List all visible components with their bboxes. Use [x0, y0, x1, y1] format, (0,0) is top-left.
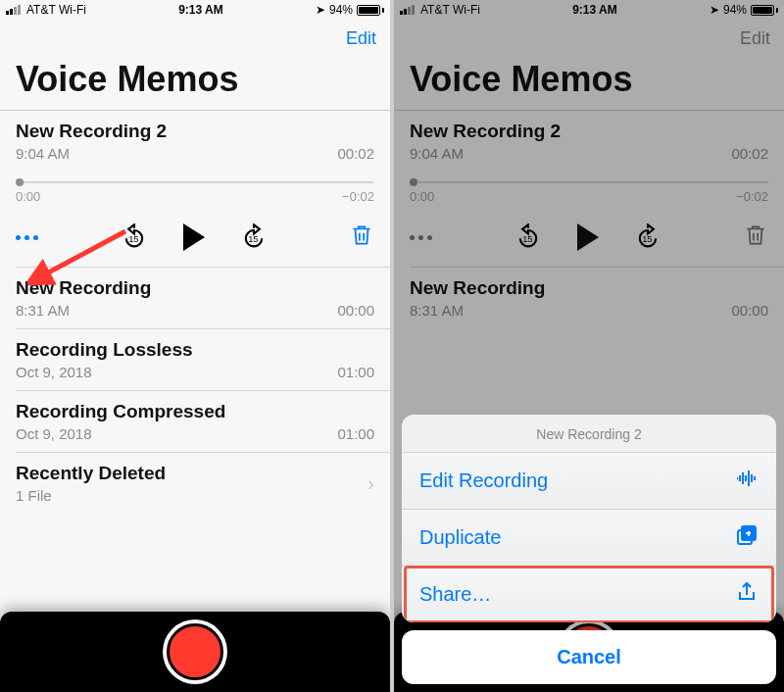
share-option[interactable]: Share… — [402, 566, 776, 622]
recording-duration: 00:02 — [337, 145, 374, 162]
screenshot-left: AT&T Wi-Fi 9:13 AM ➤ 94% Edit Voice Memo… — [0, 0, 390, 692]
recently-deleted-title: Recently Deleted — [16, 463, 360, 484]
recording-title: Recording Compressed — [16, 401, 374, 422]
record-bar — [0, 612, 390, 692]
status-bar: AT&T Wi-Fi 9:13 AM ➤ 94% — [0, 0, 390, 20]
svg-text:15: 15 — [248, 234, 258, 244]
duplicate-option[interactable]: Duplicate — [402, 509, 776, 566]
recently-deleted-row[interactable]: Recently Deleted 1 File › — [0, 453, 390, 514]
duplicate-icon — [735, 523, 759, 552]
nav-bar: Edit — [0, 20, 390, 57]
signal-icon — [6, 5, 21, 15]
battery-pct-label: 94% — [329, 3, 353, 17]
selected-recording-row[interactable]: New Recording 2 9:04 AM 00:02 — [0, 111, 390, 172]
battery-icon — [357, 5, 384, 16]
cancel-button[interactable]: Cancel — [402, 630, 776, 684]
elapsed-label: 0:00 — [16, 189, 40, 204]
player: 0:00 −0:02 15 15 — [0, 175, 390, 267]
remaining-label: −0:02 — [342, 189, 374, 204]
recording-row[interactable]: Recording Lossless Oct 9, 201801:00 — [0, 329, 390, 390]
carrier-label: AT&T Wi-Fi — [26, 3, 86, 17]
page-title: Voice Memos — [0, 57, 390, 110]
recording-row[interactable]: New Recording 8:31 AM00:00 — [0, 268, 390, 328]
sheet-title: New Recording 2 — [402, 415, 776, 452]
delete-button[interactable] — [349, 222, 374, 252]
recording-title: Recording Lossless — [16, 339, 374, 361]
play-button[interactable] — [183, 223, 205, 251]
rewind-15-button[interactable]: 15 — [121, 223, 148, 251]
scrubber[interactable] — [16, 175, 374, 189]
recording-title: New Recording — [16, 277, 374, 299]
more-options-button[interactable] — [16, 235, 38, 240]
chevron-right-icon: › — [368, 472, 374, 495]
record-button[interactable] — [167, 623, 223, 680]
recording-title: New Recording 2 — [16, 121, 374, 142]
location-icon: ➤ — [316, 3, 325, 17]
annotation-highlight — [404, 566, 774, 622]
waveform-icon — [735, 467, 759, 495]
clock-label: 9:13 AM — [178, 3, 223, 17]
forward-15-button[interactable]: 15 — [240, 223, 268, 251]
action-sheet: New Recording 2 Edit Recording Duplicate… — [402, 415, 776, 684]
svg-text:15: 15 — [128, 234, 138, 244]
recording-row[interactable]: Recording Compressed Oct 9, 201801:00 — [0, 391, 390, 452]
recording-time: 9:04 AM — [16, 145, 70, 162]
edit-button[interactable]: Edit — [346, 28, 376, 49]
edit-recording-option[interactable]: Edit Recording — [402, 452, 776, 509]
screenshot-right: AT&T Wi-Fi 9:13 AM ➤ 94% Edit Voice Memo… — [394, 0, 784, 692]
